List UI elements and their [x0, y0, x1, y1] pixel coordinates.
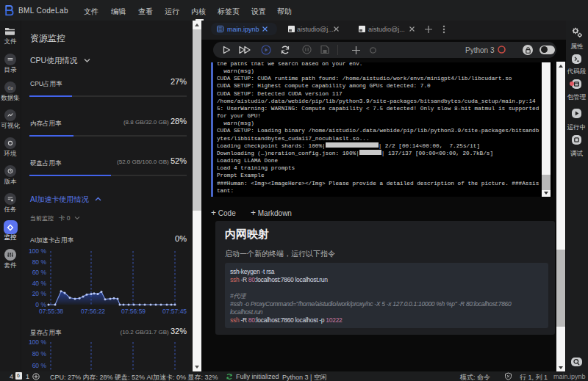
svg-text:80 %: 80 % [32, 350, 47, 358]
svg-text:80 %: 80 % [32, 258, 47, 266]
svg-text:100 %: 100 % [29, 338, 47, 346]
svg-text:40 %: 40 % [32, 280, 47, 287]
svg-text:60 %: 60 % [32, 362, 47, 369]
svg-text:20 %: 20 % [32, 290, 47, 297]
svg-text:60 %: 60 % [32, 269, 47, 276]
svg-text:Co: Co [7, 86, 12, 90]
svg-text:100 %: 100 % [29, 247, 47, 255]
